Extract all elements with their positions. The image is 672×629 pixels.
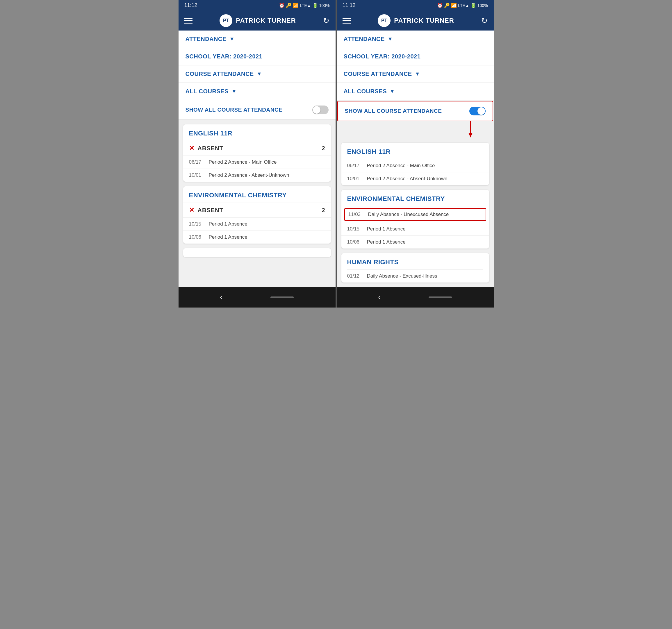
card-human-rights-right: HUMAN RIGHTS 01/12 Daily Absence - Excus…: [341, 253, 489, 282]
chevron-courses-left: ▼: [232, 89, 237, 95]
absent-row-chem-left: ✕ ABSENT 2: [183, 203, 331, 218]
card-title-chem-left: ENVIRONMENTAL CHEMISTRY: [183, 186, 331, 203]
filter-attendance-left[interactable]: ATTENDANCE ▼: [178, 30, 336, 48]
nav-bar-right: PT PATRICK TURNER ↻: [337, 11, 494, 30]
chevron-attendance-right: ▼: [388, 36, 393, 42]
home-pill-left[interactable]: [270, 297, 294, 298]
card-title-human-rights-right: HUMAN RIGHTS: [341, 253, 489, 270]
content-right: ATTENDANCE ▼ SCHOOL YEAR: 2020-2021 COUR…: [337, 30, 494, 287]
filter-school-year-right[interactable]: SCHOOL YEAR: 2020-2021: [337, 48, 494, 66]
att-item-english-right-2: 10/01 Period 2 Absence - Absent-Unknown: [341, 172, 489, 185]
refresh-button-right[interactable]: ↻: [481, 16, 488, 25]
att-item-left: 10/06 Period 1 Absence: [183, 231, 331, 244]
status-bar-right: 11:12 ⏰ 🔑 📶 LTE▲ 🔋 100%: [337, 0, 494, 11]
absent-x-icon-chem-left: ✕: [189, 206, 194, 214]
show-all-row-right[interactable]: SHOW ALL COURSE ATTENDANCE: [337, 101, 493, 121]
show-all-toggle-left[interactable]: [312, 105, 329, 114]
avatar-left: PT: [219, 14, 232, 27]
att-item-english-right-1: 06/17 Period 2 Absence - Main Office: [341, 159, 489, 172]
absent-row-english-left: ✕ ABSENT 2: [183, 141, 331, 156]
att-item-left: 10/15 Period 1 Absence: [183, 218, 331, 231]
filter-school-year-left[interactable]: SCHOOL YEAR: 2020-2021: [178, 48, 336, 66]
home-pill-right[interactable]: [429, 297, 452, 298]
att-item-left: 10/01 Period 2 Absence - Absent-Unknown: [183, 169, 331, 182]
chevron-course-right: ▼: [415, 71, 420, 77]
card-chem-left: ENVIRONMENTAL CHEMISTRY ✕ ABSENT 2 10/15…: [183, 186, 331, 244]
status-icons-right: ⏰ 🔑 📶 LTE▲ 🔋 100%: [437, 3, 488, 8]
status-icons-left: ⏰ 🔑 📶 LTE▲ 🔋 100%: [279, 3, 330, 8]
att-item-chem-right-highlighted: 11/03 Daily Absence - Unexcused Absence: [344, 208, 486, 221]
bottom-bar-right: ‹: [337, 287, 494, 307]
right-phone: 11:12 ⏰ 🔑 📶 LTE▲ 🔋 100% PT PATRICK TURNE…: [337, 0, 494, 307]
phones-wrapper: 11:12 ⏰ 🔑 📶 LTE▲ 🔋 100% PT PATRICK TURNE…: [0, 0, 672, 307]
absent-label-chem-left: ABSENT: [198, 207, 318, 213]
card-title-english-left: ENGLISH 11R: [183, 124, 331, 141]
chevron-attendance-left: ▼: [230, 36, 235, 42]
card-english-right: ENGLISH 11R 06/17 Period 2 Absence - Mai…: [341, 143, 489, 185]
show-all-toggle-right[interactable]: [469, 107, 486, 116]
nav-center-right: PT PATRICK TURNER: [378, 14, 454, 27]
nav-bar-left: PT PATRICK TURNER ↻: [178, 11, 336, 30]
att-item-chem-right-2: 10/15 Period 1 Absence: [341, 223, 489, 236]
back-button-left[interactable]: ‹: [220, 294, 222, 301]
card-chem-right: ENVIRONMENTAL CHEMISTRY 11/03 Daily Abse…: [341, 190, 489, 249]
annotation-arrow-svg: [465, 121, 476, 138]
card-partial-left: [183, 248, 331, 257]
absent-label-english-left: ABSENT: [198, 145, 318, 152]
show-all-label-left: SHOW ALL COURSE ATTENDANCE: [186, 107, 283, 113]
filter-attendance-right[interactable]: ATTENDANCE ▼: [337, 30, 494, 48]
avatar-right: PT: [378, 14, 390, 27]
card-english-left: ENGLISH 11R ✕ ABSENT 2 06/17 Period 2 Ab…: [183, 124, 331, 182]
bottom-bar-left: ‹: [178, 287, 336, 307]
card-title-english-right: ENGLISH 11R: [341, 143, 489, 159]
refresh-button-left[interactable]: ↻: [323, 16, 330, 25]
chevron-course-left: ▼: [257, 71, 262, 77]
filter-course-attendance-left[interactable]: COURSE ATTENDANCE ▼: [178, 66, 336, 83]
svg-marker-1: [469, 133, 473, 137]
show-all-row-left[interactable]: SHOW ALL COURSE ATTENDANCE: [178, 100, 336, 120]
time-left: 11:12: [184, 2, 197, 8]
chevron-courses-right: ▼: [390, 89, 395, 95]
time-right: 11:12: [342, 2, 356, 8]
filter-course-attendance-right[interactable]: COURSE ATTENDANCE ▼: [337, 66, 494, 83]
absent-count-chem-left: 2: [321, 207, 325, 213]
absent-count-english-left: 2: [321, 145, 325, 152]
absent-x-icon-english-left: ✕: [189, 145, 194, 152]
status-bar-left: 11:12 ⏰ 🔑 📶 LTE▲ 🔋 100%: [178, 0, 336, 11]
back-button-right[interactable]: ‹: [378, 294, 380, 301]
filter-all-courses-left[interactable]: ALL COURSES ▼: [178, 83, 336, 100]
hamburger-menu-left[interactable]: [184, 18, 192, 24]
nav-center-left: PT PATRICK TURNER: [219, 14, 296, 27]
red-arrow-annotation: [337, 121, 494, 138]
att-item-left: 06/17 Period 2 Absence - Main Office: [183, 156, 331, 169]
left-phone: 11:12 ⏰ 🔑 📶 LTE▲ 🔋 100% PT PATRICK TURNE…: [178, 0, 336, 307]
card-title-chem-right: ENVIRONMENTAL CHEMISTRY: [341, 190, 489, 206]
att-item-chem-right-3: 10/06 Period 1 Absence: [341, 236, 489, 249]
filter-all-courses-right[interactable]: ALL COURSES ▼: [337, 83, 494, 100]
show-all-label-right: SHOW ALL COURSE ATTENDANCE: [345, 108, 442, 114]
content-left: ATTENDANCE ▼ SCHOOL YEAR: 2020-2021 COUR…: [178, 30, 336, 287]
nav-name-right: PATRICK TURNER: [394, 17, 454, 24]
att-item-human-rights-right-1: 01/12 Daily Absence - Excused-Illness: [341, 270, 489, 282]
nav-name-left: PATRICK TURNER: [236, 17, 296, 24]
hamburger-menu-right[interactable]: [342, 18, 351, 24]
